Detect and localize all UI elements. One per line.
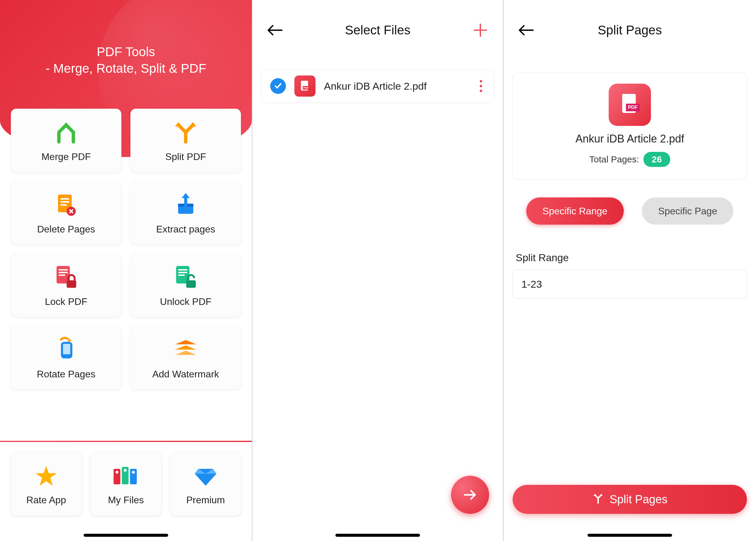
continue-fab-button[interactable] xyxy=(451,476,489,514)
segmented-control: Specific Range Specific Page xyxy=(516,198,744,225)
segment-label: Specific Page xyxy=(658,206,717,217)
file-name-text: Ankur iDB Article 2.pdf xyxy=(575,133,684,145)
bottom-row: Rate App My Files Premium xyxy=(11,452,241,516)
split-button-icon xyxy=(592,492,604,507)
extract-icon xyxy=(172,191,199,218)
svg-rect-18 xyxy=(178,272,187,273)
merge-icon xyxy=(53,119,80,146)
file-selected-check-icon xyxy=(270,78,286,94)
bottom-label: My Files xyxy=(108,494,144,506)
split-button-label: Split Pages xyxy=(610,493,667,506)
svg-text:PDF: PDF xyxy=(304,86,309,89)
tool-add-watermark[interactable]: Add Watermark xyxy=(130,326,241,389)
split-range-input[interactable] xyxy=(513,270,747,298)
svg-marker-24 xyxy=(175,340,196,344)
star-icon xyxy=(33,462,60,490)
add-file-button[interactable] xyxy=(470,20,491,41)
tool-delete-pages[interactable]: Delete Pages xyxy=(11,181,121,245)
diamond-icon xyxy=(192,462,219,490)
watermark-icon xyxy=(172,336,199,363)
tool-label: Split PDF xyxy=(165,151,206,163)
pdf-badge-icon: PDF xyxy=(294,76,316,97)
screen-select-files: Select Files PDF Ankur iDB Article 2.pdf xyxy=(252,0,503,541)
svg-marker-27 xyxy=(36,466,57,486)
tool-merge-pdf[interactable]: Merge PDF xyxy=(11,109,121,172)
files-icon xyxy=(112,462,140,490)
split-header: Split Pages xyxy=(503,0,756,60)
tool-label: Rotate Pages xyxy=(37,369,95,380)
my-files-button[interactable]: My Files xyxy=(91,452,161,516)
tool-extract-pages[interactable]: Extract pages xyxy=(130,181,241,245)
home-indicator xyxy=(336,534,420,537)
divider xyxy=(0,441,252,442)
svg-rect-20 xyxy=(186,280,196,288)
split-range-label: Split Range xyxy=(516,252,744,264)
bottom-label: Rate App xyxy=(26,494,66,506)
svg-text:PDF: PDF xyxy=(628,105,638,110)
tool-lock-pdf[interactable]: Lock PDF xyxy=(11,254,121,317)
rate-app-button[interactable]: Rate App xyxy=(11,452,82,516)
svg-rect-5 xyxy=(61,201,69,203)
svg-marker-2 xyxy=(190,122,196,126)
svg-marker-42 xyxy=(593,494,597,495)
svg-rect-13 xyxy=(59,272,68,273)
svg-rect-14 xyxy=(59,274,65,275)
delete-pages-icon xyxy=(53,191,80,218)
file-info-card: PDF Ankur iDB Article 2.pdf Total Pages:… xyxy=(513,73,747,179)
segment-label: Specific Range xyxy=(542,206,607,217)
app-subtitle: - Merge, Rotate, Split & PDF xyxy=(0,61,252,76)
svg-rect-19 xyxy=(178,274,185,275)
svg-marker-25 xyxy=(175,345,196,349)
file-name-text: Ankur iDB Article 2.pdf xyxy=(324,80,468,92)
tool-label: Delete Pages xyxy=(37,224,95,235)
tool-rotate-pages[interactable]: Rotate Pages xyxy=(11,326,121,389)
select-files-header: Select Files xyxy=(253,0,503,60)
total-pages-label: Total Pages: xyxy=(589,154,639,165)
svg-rect-17 xyxy=(178,269,187,270)
segment-specific-page[interactable]: Specific Page xyxy=(642,198,734,225)
split-title: Split Pages xyxy=(598,23,662,37)
tools-grid-container: Merge PDF Split PDF Delete Pages xyxy=(0,109,252,389)
svg-marker-26 xyxy=(175,350,196,355)
svg-point-32 xyxy=(124,469,127,472)
tool-label: Lock PDF xyxy=(45,296,87,307)
svg-marker-43 xyxy=(600,494,603,495)
app-title: PDF Tools xyxy=(0,0,252,61)
svg-marker-1 xyxy=(175,122,182,126)
svg-rect-4 xyxy=(61,198,69,200)
pdf-badge-icon: PDF xyxy=(609,84,651,126)
home-indicator xyxy=(587,534,672,537)
unlock-icon xyxy=(172,264,199,291)
split-pages-button[interactable]: Split Pages xyxy=(513,485,747,514)
svg-rect-22 xyxy=(63,344,70,354)
back-button[interactable] xyxy=(265,20,286,41)
tool-label: Merge PDF xyxy=(41,151,91,163)
screen-tools-home: PDF Tools - Merge, Rotate, Split & PDF M… xyxy=(0,0,252,541)
svg-point-31 xyxy=(116,471,119,474)
premium-button[interactable]: Premium xyxy=(170,452,241,516)
svg-rect-15 xyxy=(67,280,76,288)
total-pages-value: 26 xyxy=(643,152,670,167)
tool-label: Extract pages xyxy=(156,224,215,235)
bottom-label: Premium xyxy=(186,494,225,506)
home-indicator xyxy=(84,534,168,537)
tool-split-pdf[interactable]: Split PDF xyxy=(130,109,241,172)
svg-rect-6 xyxy=(61,204,67,206)
tool-label: Add Watermark xyxy=(152,369,219,380)
segment-specific-range[interactable]: Specific Range xyxy=(526,198,624,225)
file-row[interactable]: PDF Ankur iDB Article 2.pdf xyxy=(262,69,494,103)
rotate-icon xyxy=(53,336,80,363)
svg-point-33 xyxy=(132,471,135,474)
svg-marker-0 xyxy=(63,122,69,127)
svg-rect-12 xyxy=(59,269,68,270)
select-files-title: Select Files xyxy=(345,23,410,37)
svg-marker-10 xyxy=(182,193,190,198)
screen-split-pages: Split Pages PDF Ankur iDB Article 2.pdf … xyxy=(503,0,756,541)
tool-unlock-pdf[interactable]: Unlock PDF xyxy=(130,254,241,317)
tool-label: Unlock PDF xyxy=(160,296,212,307)
total-pages-row: Total Pages: 26 xyxy=(589,152,670,167)
more-options-button[interactable] xyxy=(477,77,485,95)
split-icon xyxy=(172,119,199,146)
back-button[interactable] xyxy=(516,20,537,41)
lock-icon xyxy=(53,264,80,291)
